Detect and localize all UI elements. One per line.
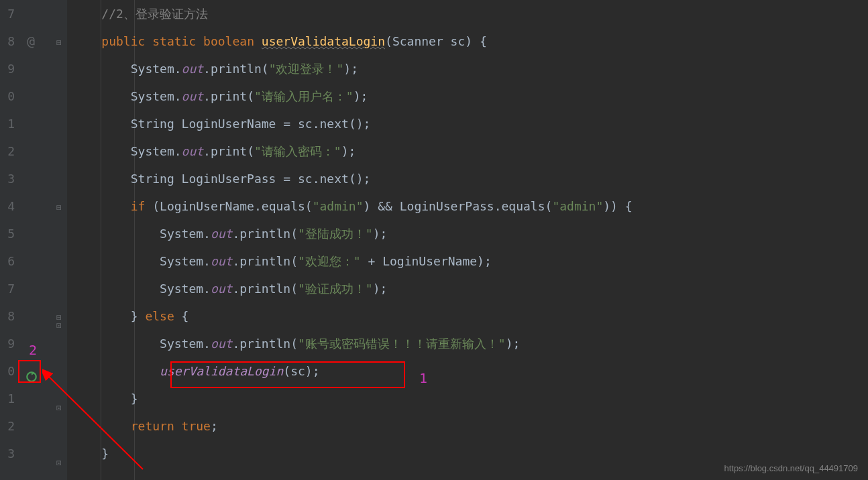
line-number: 7: [0, 0, 15, 27]
line-number: 1: [0, 385, 15, 412]
line-number: 6: [0, 247, 15, 275]
override-marker-icon[interactable]: @: [27, 27, 35, 55]
fold-collapse-icon[interactable]: ⊟: [56, 202, 64, 211]
fold-collapse-icon[interactable]: ⊟: [56, 38, 64, 46]
code-line[interactable]: }: [72, 385, 868, 412]
code-content[interactable]: //2、登录验证方法 public static boolean userVal…: [67, 0, 868, 480]
line-number: 7: [0, 275, 15, 302]
comment-text: //2、登录验证方法: [101, 7, 208, 21]
code-line[interactable]: return true;: [72, 412, 868, 440]
line-number: 8: [0, 302, 15, 330]
recursive-method-call: userValidataLogin: [160, 364, 283, 378]
fold-end-icon[interactable]: ⊡: [56, 403, 64, 411]
line-number: 0: [0, 357, 15, 385]
fold-end-icon[interactable]: ⊡: [56, 458, 64, 466]
fold-end-icon[interactable]: ⊡: [56, 320, 64, 328]
line-number: 2: [0, 137, 15, 165]
code-editor[interactable]: 7 8 9 0 1 2 3 4 5 6 7 8 9 0 1 2 3 @ ⊟ ⊟ …: [0, 0, 868, 480]
fold-collapse-icon[interactable]: ⊟: [56, 312, 64, 320]
line-number-gutter: 7 8 9 0 1 2 3 4 5 6 7 8 9 0 1 2 3: [0, 0, 20, 480]
method-declaration: userValidataLogin: [262, 34, 385, 48]
line-number: 1: [0, 110, 15, 137]
code-line[interactable]: System.out.println("账号或密码错误！！！请重新输入！");: [72, 330, 868, 357]
line-number: 9: [0, 55, 15, 82]
code-line[interactable]: System.out.print("请输入密码：");: [72, 137, 868, 165]
fold-column: ⊟ ⊟ ⊟ ⊡ ⊡ ⊡: [54, 0, 67, 480]
code-line[interactable]: System.out.print("请输入用户名：");: [72, 82, 868, 110]
line-number: 8: [0, 27, 15, 55]
code-line[interactable]: userValidataLogin(sc);: [72, 357, 868, 385]
code-line[interactable]: System.out.println("登陆成功！");: [72, 220, 868, 247]
watermark-text: https://blog.csdn.net/qq_44491709: [724, 463, 859, 473]
code-line[interactable]: } else {: [72, 302, 868, 330]
code-line[interactable]: String LoginUserName = sc.next();: [72, 110, 868, 137]
recursive-call-icon[interactable]: [25, 371, 38, 383]
line-number: 3: [0, 440, 15, 467]
line-number: 4: [0, 192, 15, 220]
code-line[interactable]: System.out.println("欢迎登录！");: [72, 55, 868, 82]
code-line[interactable]: String LoginUserPass = sc.next();: [72, 165, 868, 192]
gutter-marks-column: @: [20, 0, 54, 480]
code-line[interactable]: if (LoginUserName.equals("admin") && Log…: [72, 192, 868, 220]
line-number: 9: [0, 330, 15, 357]
code-line[interactable]: System.out.println("欢迎您：" + LoginUserNam…: [72, 247, 868, 275]
line-number: 3: [0, 165, 15, 192]
code-line[interactable]: System.out.println("验证成功！");: [72, 275, 868, 302]
code-line[interactable]: public static boolean userValidataLogin(…: [72, 27, 868, 55]
line-number: 5: [0, 220, 15, 247]
line-number: 0: [0, 82, 15, 110]
line-number: 2: [0, 412, 15, 440]
code-line[interactable]: //2、登录验证方法: [72, 0, 868, 27]
